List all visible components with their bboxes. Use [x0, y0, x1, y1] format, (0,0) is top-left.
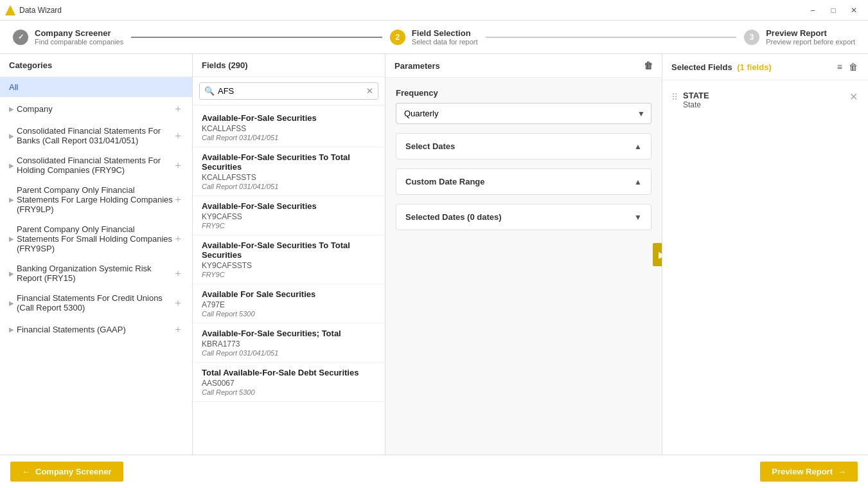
step-1: ✓ Company Screener Find comparable compa…: [13, 28, 123, 46]
selected-header-actions: ≡ 🗑: [836, 60, 859, 73]
add-category-banks-icon[interactable]: ＋: [173, 129, 183, 143]
restore-button[interactable]: □: [824, 1, 842, 19]
back-label: Company Screener: [35, 467, 112, 476]
next-label: Preview Report: [772, 467, 833, 476]
search-wrap: 🔍 ✕: [199, 82, 378, 100]
field-item-6[interactable]: Total Available-For-Sale Debt Securities…: [193, 363, 385, 402]
next-button[interactable]: Preview Report →: [760, 462, 858, 482]
clear-all-fields-button[interactable]: 🗑: [847, 60, 859, 73]
category-label-gaap: Financial Statements (GAAP): [17, 325, 173, 334]
field-item-4[interactable]: Available For Sale Securities A797E Call…: [193, 284, 385, 323]
add-to-selected-button[interactable]: ▶: [653, 243, 662, 266]
frequency-select-wrap: Quarterly Annual Semi-Annual ▼: [396, 103, 651, 124]
app-title: Data Wizard: [19, 6, 804, 15]
add-category-fry9sp-icon[interactable]: ＋: [173, 232, 183, 246]
field-source-3: FRY9C: [202, 271, 376, 278]
drag-handle-icon[interactable]: ⠿: [671, 92, 678, 102]
clear-params-icon[interactable]: 🗑: [644, 60, 653, 71]
step-2-subtitle: Select data for report: [412, 38, 478, 46]
chevron-right-icon: ▶: [9, 300, 14, 307]
selected-item-info-state: STATE State: [683, 91, 848, 109]
field-source-1: Call Report 031/041/051: [202, 183, 376, 190]
search-input[interactable]: [199, 82, 378, 100]
selected-dates-section: Selected Dates (0 dates) ▼: [396, 204, 651, 230]
step-2-title: Field Selection: [412, 28, 478, 38]
select-dates-accordion[interactable]: Select Dates ▲: [396, 133, 651, 159]
chevron-up-icon: ▲: [634, 177, 642, 186]
main-content: Categories All ▶ Company ＋ ▶ Consolidate…: [0, 54, 868, 455]
selected-item-state: ⠿ STATE State ✕: [662, 86, 868, 114]
add-to-selected-wrap: ▶: [653, 243, 662, 266]
step-3-info: Preview Report Preview report before exp…: [766, 28, 855, 46]
step-line-2: [486, 37, 737, 38]
minimize-button[interactable]: –: [804, 1, 822, 19]
field-code-4: A797E: [202, 300, 376, 309]
add-category-company-icon[interactable]: ＋: [173, 102, 183, 116]
frequency-section: Frequency Quarterly Annual Semi-Annual ▼: [396, 88, 651, 124]
step-2: 2 Field Selection Select data for report: [390, 28, 478, 46]
category-label-banks: Consolidated Financial Statements For Ba…: [17, 126, 173, 145]
add-category-fry9lp-icon[interactable]: ＋: [173, 193, 183, 206]
field-name-4: Available For Sale Securities: [202, 289, 376, 299]
category-item-all[interactable]: All: [0, 77, 192, 97]
categories-header: Categories: [0, 54, 192, 77]
category-item-fry9lp[interactable]: ▶ Parent Company Only Financial Statemen…: [0, 180, 192, 219]
field-name-2: Available-For-Sale Securities: [202, 201, 376, 211]
category-item-fry15[interactable]: ▶ Banking Organization Systemic Risk Rep…: [0, 258, 192, 288]
frequency-select[interactable]: Quarterly Annual Semi-Annual: [396, 103, 651, 124]
chevron-right-icon: ▶: [9, 235, 14, 242]
add-category-5300-icon[interactable]: ＋: [173, 296, 183, 310]
add-category-fry15-icon[interactable]: ＋: [173, 267, 183, 280]
field-code-5: KBRA1773: [202, 339, 376, 348]
custom-date-section: Custom Date Range ▲: [396, 168, 651, 195]
selected-dates-accordion[interactable]: Selected Dates (0 dates) ▼: [396, 204, 651, 230]
category-item-fry9c[interactable]: ▶ Consolidated Financial Statements For …: [0, 150, 192, 180]
clear-search-icon[interactable]: ✕: [366, 86, 373, 96]
close-button[interactable]: ✕: [845, 1, 863, 19]
field-name-3: Available-For-Sale Securities To Total S…: [202, 240, 376, 260]
selected-item-sub-state: State: [683, 100, 848, 109]
step-1-subtitle: Find comparable companies: [35, 38, 123, 46]
category-item-banks[interactable]: ▶ Consolidated Financial Statements For …: [0, 121, 192, 150]
remove-state-button[interactable]: ✕: [848, 91, 859, 103]
add-category-fry9c-icon[interactable]: ＋: [173, 159, 183, 172]
field-name-0: Available-For-Sale Securities: [202, 113, 376, 123]
back-button[interactable]: ← Company Screener: [10, 462, 123, 482]
field-code-6: AAS0067: [202, 379, 376, 388]
step-3-subtitle: Preview report before export: [766, 38, 855, 46]
add-category-gaap-icon[interactable]: ＋: [173, 323, 183, 336]
window-controls: – □ ✕: [804, 1, 863, 19]
sort-fields-button[interactable]: ≡: [836, 60, 844, 73]
chevron-up-icon: ▲: [634, 142, 642, 151]
category-label-5300: Financial Statements For Credit Unions (…: [17, 293, 173, 312]
category-item-5300[interactable]: ▶ Financial Statements For Credit Unions…: [0, 288, 192, 318]
custom-date-label: Custom Date Range: [405, 177, 485, 186]
step-2-info: Field Selection Select data for report: [412, 28, 478, 46]
field-item-3[interactable]: Available-For-Sale Securities To Total S…: [193, 235, 385, 284]
field-item-2[interactable]: Available-For-Sale Securities KY9CAFSS F…: [193, 196, 385, 235]
field-code-2: KY9CAFSS: [202, 212, 376, 221]
field-item-5[interactable]: Available-For-Sale Securities; Total KBR…: [193, 323, 385, 363]
fields-list: Available-For-Sale Securities KCALLAFSS …: [193, 105, 385, 455]
categories-list: All ▶ Company ＋ ▶ Consolidated Financial…: [0, 77, 192, 455]
chevron-right-icon: ▶: [9, 162, 14, 169]
selected-header: Selected Fields (1 fields) ≡ 🗑: [662, 54, 868, 80]
field-source-2: FRY9C: [202, 222, 376, 230]
step-line-1: [131, 37, 382, 38]
categories-panel: Categories All ▶ Company ＋ ▶ Consolidate…: [0, 54, 193, 455]
field-item-0[interactable]: Available-For-Sale Securities KCALLAFSS …: [193, 108, 385, 147]
selected-item-name-state: STATE: [683, 91, 848, 100]
category-item-company[interactable]: ▶ Company ＋: [0, 97, 192, 121]
params-header: Parameters 🗑: [385, 54, 662, 78]
field-name-5: Available-For-Sale Securities; Total: [202, 329, 376, 338]
step-1-title: Company Screener: [35, 28, 123, 38]
category-item-gaap[interactable]: ▶ Financial Statements (GAAP) ＋: [0, 318, 192, 341]
field-code-0: KCALLAFSS: [202, 124, 376, 133]
field-source-6: Call Report 5300: [202, 388, 376, 396]
frequency-label: Frequency: [396, 88, 651, 98]
category-item-fry9sp[interactable]: ▶ Parent Company Only Financial Statemen…: [0, 219, 192, 258]
params-content: Frequency Quarterly Annual Semi-Annual ▼…: [385, 78, 662, 455]
custom-date-accordion[interactable]: Custom Date Range ▲: [396, 168, 651, 195]
category-label-fry9sp: Parent Company Only Financial Statements…: [17, 224, 173, 253]
field-item-1[interactable]: Available-For-Sale Securities To Total S…: [193, 147, 385, 196]
